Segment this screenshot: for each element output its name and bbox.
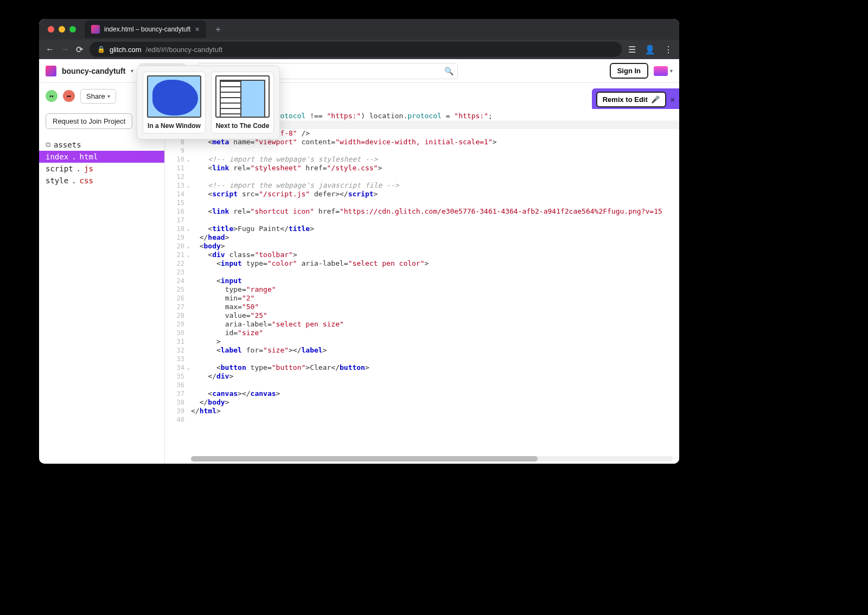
file-item[interactable]: style.css: [39, 175, 164, 187]
request-to-join-button[interactable]: Request to Join Project: [46, 113, 132, 129]
search-icon[interactable]: 🔍: [444, 67, 454, 75]
profile-icon[interactable]: 👤: [644, 44, 655, 55]
remix-banner: Remix to Edit 🎤 ×: [592, 88, 679, 111]
minimize-window-icon[interactable]: [59, 26, 65, 33]
new-tab-button[interactable]: ＋: [214, 24, 222, 35]
window-titlebar: index.html – bouncy-candytuft × ＋: [39, 19, 679, 40]
show-new-window-option[interactable]: In a New Window: [143, 72, 206, 133]
reader-mode-icon[interactable]: ☰: [628, 44, 636, 55]
url-domain: glitch.com: [110, 46, 142, 54]
browser-window: index.html – bouncy-candytuft × ＋ ← → ⟳ …: [39, 19, 679, 464]
show-option-label: Next to The Code: [216, 122, 270, 130]
chevron-down-icon[interactable]: ▾: [131, 68, 133, 74]
chevron-down-icon: ▾: [670, 68, 673, 74]
share-label: Share: [86, 92, 105, 100]
archive-icon: ⧉: [46, 140, 50, 149]
remix-label: Remix to Edit: [603, 95, 648, 104]
main-area: Request to Join Project ⧉assetsindex.htm…: [39, 109, 679, 464]
sign-in-button[interactable]: Sign In: [610, 63, 648, 79]
show-popover: In a New Window Next to The Code: [137, 66, 280, 139]
chevron-down-icon: ▾: [107, 93, 110, 99]
close-tab-icon[interactable]: ×: [195, 25, 199, 34]
file-item[interactable]: script.js: [39, 163, 164, 175]
traffic-lights[interactable]: [48, 26, 76, 33]
glitch-favicon-icon: [91, 25, 100, 34]
next-to-code-thumbnail-icon: [215, 75, 270, 118]
file-item[interactable]: index.html: [39, 151, 164, 163]
avatar-icon: [654, 66, 668, 76]
tab-title: index.html – bouncy-candytuft: [104, 25, 190, 33]
reload-button-icon[interactable]: ⟳: [76, 44, 83, 55]
new-window-thumbnail-icon: [147, 75, 201, 118]
zoom-window-icon[interactable]: [69, 26, 76, 33]
lock-icon: 🔒: [97, 46, 105, 53]
close-window-icon[interactable]: [48, 26, 54, 33]
url-path: /edit/#!/bouncy-candytuft: [146, 46, 223, 54]
code-content[interactable]: if (location.protocol !== "https:") loca…: [191, 109, 679, 454]
file-sidebar: Request to Join Project ⧉assetsindex.htm…: [39, 109, 165, 464]
show-option-label: In a New Window: [148, 122, 201, 130]
browser-toolbar: ← → ⟳ 🔒 glitch.com/edit/#!/bouncy-candyt…: [39, 40, 679, 59]
horizontal-scrollbar[interactable]: [191, 456, 673, 462]
close-icon[interactable]: ×: [671, 95, 675, 104]
show-next-to-code-option[interactable]: Next to The Code: [211, 72, 274, 133]
glitch-logo-icon: [46, 66, 56, 76]
back-button-icon[interactable]: ←: [46, 44, 54, 54]
account-menu[interactable]: ▾: [654, 66, 673, 76]
browser-tab[interactable]: index.html – bouncy-candytuft ×: [85, 21, 206, 38]
scrollbar-thumb[interactable]: [191, 456, 538, 462]
share-button[interactable]: Share ▾: [80, 89, 116, 104]
line-gutter: 5678910111213141516171819202122232425262…: [165, 109, 189, 424]
browser-menu-icon[interactable]: ⋮: [664, 44, 673, 55]
project-toolbar: •• •• Share ▾ Remix to Edit 🎤 ×: [39, 83, 679, 109]
microphone-icon: 🎤: [651, 95, 660, 104]
glitch-header: bouncy-candytuft ▾ 🕶 Show ▾ 🔍 Sign In ▾: [39, 59, 679, 83]
address-bar[interactable]: 🔒 glitch.com/edit/#!/bouncy-candytuft: [90, 42, 622, 57]
forward-button-icon[interactable]: →: [61, 44, 69, 54]
presence-avatar-icon[interactable]: ••: [63, 90, 75, 102]
remix-to-edit-button[interactable]: Remix to Edit 🎤: [596, 92, 666, 107]
code-editor[interactable]: 5678910111213141516171819202122232425262…: [165, 109, 679, 464]
assets-folder[interactable]: ⧉assets: [39, 139, 164, 151]
project-name[interactable]: bouncy-candytuft: [62, 67, 125, 75]
presence-avatar-icon[interactable]: ••: [46, 90, 58, 102]
